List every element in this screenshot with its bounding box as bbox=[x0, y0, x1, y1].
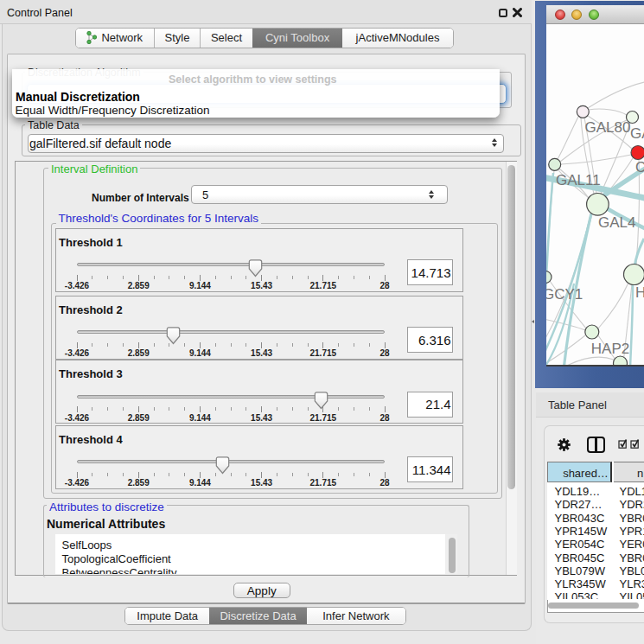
svg-text:GCY1: GCY1 bbox=[546, 286, 583, 303]
svg-text:HAP2: HAP2 bbox=[591, 341, 629, 357]
svg-text:GAL11: GAL11 bbox=[556, 172, 601, 188]
svg-text:GAL80: GAL80 bbox=[585, 119, 631, 136]
svg-text:H: H bbox=[635, 284, 644, 301]
svg-text:GAL4: GAL4 bbox=[598, 214, 635, 231]
svg-text:CY: CY bbox=[635, 159, 644, 175]
svg-text:GA: GA bbox=[630, 125, 644, 142]
